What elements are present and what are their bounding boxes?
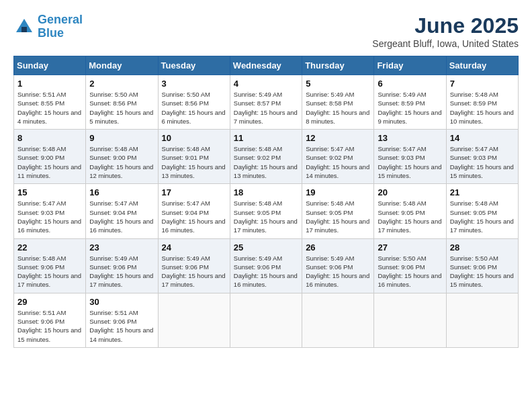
day-number: 15 xyxy=(17,187,82,197)
day-number: 26 xyxy=(306,242,370,253)
day-info: Sunrise: 5:47 AMSunset: 9:03 PMDaylight:… xyxy=(17,199,82,234)
col-tuesday: Tuesday xyxy=(158,56,230,75)
location: Sergeant Bluff, Iowa, United States xyxy=(372,38,519,49)
day-number: 1 xyxy=(17,79,82,89)
calendar-table: SundayMondayTuesdayWednesdayThursdayFrid… xyxy=(13,56,519,348)
day-cell-27: 27Sunrise: 5:50 AMSunset: 9:06 PMDayligh… xyxy=(374,238,446,293)
day-number: 20 xyxy=(378,187,442,197)
day-cell-3: 3Sunrise: 5:50 AMSunset: 8:56 PMDaylight… xyxy=(158,75,230,130)
title-block: June 2025 Sergeant Bluff, Iowa, United S… xyxy=(372,13,519,49)
day-cell-22: 22Sunrise: 5:48 AMSunset: 9:06 PMDayligh… xyxy=(14,238,86,293)
day-cell-26: 26Sunrise: 5:49 AMSunset: 9:06 PMDayligh… xyxy=(302,238,374,293)
empty-cell xyxy=(302,293,374,347)
day-info: Sunrise: 5:48 AMSunset: 9:00 PMDaylight:… xyxy=(17,144,82,180)
week-row-3: 15Sunrise: 5:47 AMSunset: 9:03 PMDayligh… xyxy=(14,184,519,238)
empty-cell xyxy=(446,293,518,347)
day-info: Sunrise: 5:50 AMSunset: 9:06 PMDaylight:… xyxy=(378,254,442,289)
day-info: Sunrise: 5:49 AMSunset: 8:58 PMDaylight:… xyxy=(306,90,370,126)
day-info: Sunrise: 5:48 AMSunset: 8:59 PMDaylight:… xyxy=(450,90,515,126)
day-cell-19: 19Sunrise: 5:48 AMSunset: 9:05 PMDayligh… xyxy=(302,184,374,238)
day-number: 22 xyxy=(17,242,82,253)
day-cell-11: 11Sunrise: 5:48 AMSunset: 9:02 PMDayligh… xyxy=(230,130,302,184)
month-title: June 2025 xyxy=(372,13,519,38)
day-info: Sunrise: 5:49 AMSunset: 9:06 PMDaylight:… xyxy=(306,254,370,289)
day-info: Sunrise: 5:48 AMSunset: 9:05 PMDaylight:… xyxy=(306,199,370,234)
col-wednesday: Wednesday xyxy=(230,56,302,75)
day-cell-8: 8Sunrise: 5:48 AMSunset: 9:00 PMDaylight… xyxy=(14,130,86,184)
day-cell-30: 30Sunrise: 5:51 AMSunset: 9:06 PMDayligh… xyxy=(86,293,158,347)
day-number: 18 xyxy=(234,187,298,197)
day-number: 2 xyxy=(89,79,154,89)
day-info: Sunrise: 5:47 AMSunset: 9:02 PMDaylight:… xyxy=(306,144,370,180)
day-number: 29 xyxy=(17,297,82,307)
day-info: Sunrise: 5:49 AMSunset: 9:06 PMDaylight:… xyxy=(234,254,298,289)
day-number: 9 xyxy=(89,133,154,143)
day-number: 16 xyxy=(89,187,154,197)
day-cell-18: 18Sunrise: 5:48 AMSunset: 9:05 PMDayligh… xyxy=(230,184,302,238)
col-friday: Friday xyxy=(374,56,446,75)
week-row-5: 29Sunrise: 5:51 AMSunset: 9:06 PMDayligh… xyxy=(14,293,519,347)
day-cell-2: 2Sunrise: 5:50 AMSunset: 8:56 PMDaylight… xyxy=(86,75,158,130)
day-number: 21 xyxy=(450,187,515,197)
day-cell-12: 12Sunrise: 5:47 AMSunset: 9:02 PMDayligh… xyxy=(302,130,374,184)
day-cell-7: 7Sunrise: 5:48 AMSunset: 8:59 PMDaylight… xyxy=(446,75,518,130)
day-number: 28 xyxy=(450,242,515,253)
day-info: Sunrise: 5:48 AMSunset: 9:06 PMDaylight:… xyxy=(17,254,82,289)
day-info: Sunrise: 5:47 AMSunset: 9:04 PMDaylight:… xyxy=(162,199,226,234)
day-cell-14: 14Sunrise: 5:47 AMSunset: 9:03 PMDayligh… xyxy=(446,130,518,184)
day-info: Sunrise: 5:50 AMSunset: 9:06 PMDaylight:… xyxy=(450,254,515,289)
day-number: 12 xyxy=(306,133,370,143)
day-number: 8 xyxy=(17,133,82,143)
day-cell-1: 1Sunrise: 5:51 AMSunset: 8:55 PMDaylight… xyxy=(14,75,86,130)
day-cell-4: 4Sunrise: 5:49 AMSunset: 8:57 PMDaylight… xyxy=(230,75,302,130)
day-number: 23 xyxy=(89,242,154,253)
day-number: 4 xyxy=(234,79,298,89)
day-cell-16: 16Sunrise: 5:47 AMSunset: 9:04 PMDayligh… xyxy=(86,184,158,238)
day-number: 27 xyxy=(378,242,442,253)
svg-rect-1 xyxy=(21,27,27,32)
day-number: 13 xyxy=(378,133,442,143)
logo-icon xyxy=(13,16,35,38)
col-thursday: Thursday xyxy=(302,56,374,75)
day-info: Sunrise: 5:49 AMSunset: 8:59 PMDaylight:… xyxy=(378,90,442,126)
logo-text: General Blue xyxy=(38,13,83,40)
day-cell-28: 28Sunrise: 5:50 AMSunset: 9:06 PMDayligh… xyxy=(446,238,518,293)
day-info: Sunrise: 5:51 AMSunset: 8:55 PMDaylight:… xyxy=(17,90,82,126)
day-cell-10: 10Sunrise: 5:48 AMSunset: 9:01 PMDayligh… xyxy=(158,130,230,184)
day-info: Sunrise: 5:51 AMSunset: 9:06 PMDaylight:… xyxy=(89,308,154,344)
day-cell-25: 25Sunrise: 5:49 AMSunset: 9:06 PMDayligh… xyxy=(230,238,302,293)
week-row-2: 8Sunrise: 5:48 AMSunset: 9:00 PMDaylight… xyxy=(14,130,519,184)
day-cell-9: 9Sunrise: 5:48 AMSunset: 9:00 PMDaylight… xyxy=(86,130,158,184)
day-number: 11 xyxy=(234,133,298,143)
day-info: Sunrise: 5:47 AMSunset: 9:04 PMDaylight:… xyxy=(89,199,154,234)
empty-cell xyxy=(158,293,230,347)
empty-cell xyxy=(374,293,446,347)
week-row-4: 22Sunrise: 5:48 AMSunset: 9:06 PMDayligh… xyxy=(14,238,519,293)
day-number: 3 xyxy=(162,79,226,89)
page-header: General Blue June 2025 Sergeant Bluff, I… xyxy=(13,13,519,49)
day-info: Sunrise: 5:48 AMSunset: 9:02 PMDaylight:… xyxy=(234,144,298,180)
day-cell-13: 13Sunrise: 5:47 AMSunset: 9:03 PMDayligh… xyxy=(374,130,446,184)
calendar-header-row: SundayMondayTuesdayWednesdayThursdayFrid… xyxy=(14,56,519,75)
day-cell-17: 17Sunrise: 5:47 AMSunset: 9:04 PMDayligh… xyxy=(158,184,230,238)
day-number: 30 xyxy=(89,297,154,307)
empty-cell xyxy=(230,293,302,347)
day-number: 24 xyxy=(162,242,226,253)
day-number: 7 xyxy=(450,79,515,89)
day-info: Sunrise: 5:51 AMSunset: 9:06 PMDaylight:… xyxy=(17,308,82,344)
day-cell-24: 24Sunrise: 5:49 AMSunset: 9:06 PMDayligh… xyxy=(158,238,230,293)
day-info: Sunrise: 5:49 AMSunset: 9:06 PMDaylight:… xyxy=(162,254,226,289)
day-number: 5 xyxy=(306,79,370,89)
day-info: Sunrise: 5:50 AMSunset: 8:56 PMDaylight:… xyxy=(162,90,226,126)
day-info: Sunrise: 5:48 AMSunset: 9:01 PMDaylight:… xyxy=(162,144,226,180)
day-number: 14 xyxy=(450,133,515,143)
day-info: Sunrise: 5:47 AMSunset: 9:03 PMDaylight:… xyxy=(450,144,515,180)
day-info: Sunrise: 5:48 AMSunset: 9:00 PMDaylight:… xyxy=(89,144,154,180)
day-number: 10 xyxy=(162,133,226,143)
day-cell-29: 29Sunrise: 5:51 AMSunset: 9:06 PMDayligh… xyxy=(14,293,86,347)
day-info: Sunrise: 5:48 AMSunset: 9:05 PMDaylight:… xyxy=(234,199,298,234)
day-cell-23: 23Sunrise: 5:49 AMSunset: 9:06 PMDayligh… xyxy=(86,238,158,293)
logo: General Blue xyxy=(13,13,83,40)
week-row-1: 1Sunrise: 5:51 AMSunset: 8:55 PMDaylight… xyxy=(14,75,519,130)
day-info: Sunrise: 5:48 AMSunset: 9:05 PMDaylight:… xyxy=(378,199,442,234)
